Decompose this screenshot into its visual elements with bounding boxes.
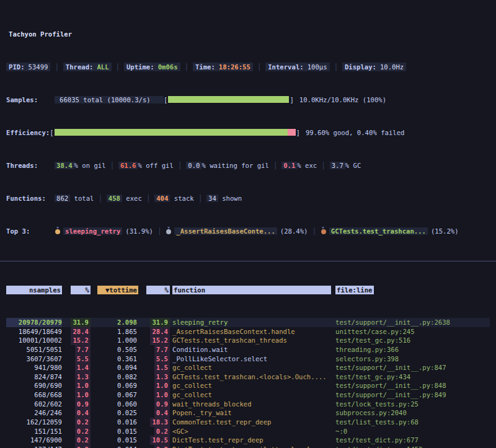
table-row[interactable]: 137/147 0.2 0.014 0.2 DictTest.test_stor… [6,445,490,448]
table-row[interactable]: 602/602 0.9 0.060 0.9 wait_threads_block… [6,400,490,409]
table-row[interactable]: 162/12059 0.2 0.016 18.3 CommonTest.test… [6,418,490,427]
efficiency-row: Efficiency:99.60% good, 0.40% failed [6,127,490,138]
row-function: _AssertRaisesBaseContext.handle [170,327,332,336]
efficiency-label: Efficiency: [6,129,50,136]
uptime-segment: Uptime:0m06s [124,63,180,71]
row-direct-pct: 1.0 [62,390,91,400]
samples-label: Samples: [6,96,55,103]
row-direct-pct: 1.0 [62,381,91,390]
row-nsamples: 137/147 [6,445,62,448]
functions-exec-value: 458 [107,195,122,202]
table-row[interactable]: 246/246 0.4 0.025 0.4 Popen._try_wait su… [6,408,490,418]
samples-bar [168,96,289,103]
row-file-line: test/list_tests.py:68 [332,418,490,427]
bronze-medal-icon [321,229,326,234]
row-tottime: 0.016 [91,418,138,427]
row-nsamples: 602/602 [6,400,62,409]
top1-entry: sleeping_retry(31.9%) [55,227,153,235]
divider [178,162,182,169]
table-row[interactable]: 3607/3607 5.5 0.361 5.5 _PollLikeSelecto… [6,354,490,364]
column-header-tottime-sorted[interactable]: ▼tottime [91,286,138,295]
row-direct-pct: 0.2 [62,436,91,445]
row-function: GCTests.test_trashcan_threads [170,336,332,345]
efficiency-bar-good-fill [55,129,288,136]
row-nsamples: 3607/3607 [6,354,62,364]
column-header-cumulative-pct[interactable]: % [138,286,170,295]
row-tottime: 0.082 [91,372,138,382]
row-nsamples: 18649/18649 [6,327,62,336]
table-row[interactable]: 151/151 0.2 0.015 0.2 <GC> ~:0 [6,427,490,436]
row-tottime: 2.098 [91,318,138,327]
row-direct-pct: 28.4 [62,327,91,336]
row-direct-pct: 31.9 [62,318,91,327]
pid-value: 53499 [29,63,48,71]
row-cumulative-pct: 1.0 [138,390,170,400]
gold-medal-icon [55,229,60,234]
divider [55,63,58,71]
waiting-gil-value: 0.0 [186,162,202,169]
row-cumulative-pct: 1.5 [138,363,170,372]
top-functions-row: Top 3:sleeping_retry(31.9%)_AssertRaises… [6,226,490,236]
table-row[interactable]: 20978/20979 31.9 2.098 31.9 sleeping_ret… [6,318,490,327]
row-file-line: unittest/case.py:245 [332,327,490,336]
row-function: DictTest.test_store_evilattr.<locals... [170,445,332,448]
row-cumulative-pct: 1.0 [138,381,170,390]
efficiency-bar-failed-fill [288,129,296,136]
row-function: gc_collect [170,390,332,400]
column-header-direct-pct[interactable]: % [62,286,91,295]
row-direct-pct: 0.2 [62,445,91,448]
table-row[interactable]: 941/980 1.4 0.094 1.5 gc_collect test/su… [6,363,490,372]
functions-label: Functions: [6,195,55,202]
functions-shown-value: 34 [206,195,218,202]
table-row[interactable]: 18649/18649 28.4 1.865 28.4 _AssertRaise… [6,327,490,336]
row-function: wait_threads_blocked [170,400,332,409]
functions-total-value: 862 [55,195,70,202]
status-bar: PID:53499 Thread:ALL Uptime:0m06s Time:1… [6,61,490,72]
table-row[interactable]: 824/874 1.3 0.082 1.3 GCTests.test_trash… [6,372,490,382]
table-row[interactable]: 668/668 1.0 0.067 1.0 gc_collect test/su… [6,390,490,400]
top3-percent: (15.2%) [431,227,459,235]
divider [146,195,150,202]
row-nsamples: 824/874 [6,372,62,382]
row-nsamples: 5051/5051 [6,345,62,354]
row-tottime: 0.015 [91,427,138,436]
divider [198,195,202,202]
process-table: 20978/20979 31.9 2.098 31.9 sleeping_ret… [6,318,490,448]
threads-label: Threads: [6,162,55,169]
row-direct-pct: 1.3 [62,372,91,382]
divider [257,63,261,71]
time-value: 18:26:55 [219,63,250,71]
table-row[interactable]: 5051/5051 7.7 0.505 7.7 Condition.wait t… [6,345,490,354]
row-cumulative-pct: 0.2 [138,427,170,436]
divider [321,162,325,169]
row-tottime: 0.067 [91,390,138,400]
row-tottime: 0.025 [91,408,138,418]
row-tottime: 0.060 [91,400,138,409]
row-function: Condition.wait [170,345,332,354]
samples-rate: 10.0KHz/10.0KHz (100%) [299,96,386,103]
divider [116,63,120,71]
column-header-file-line[interactable]: file:line [332,286,490,295]
threads-row: Threads:38.4% on gil61.6% off gil0.0% wa… [6,160,490,170]
row-file-line: test/support/__init__.py:849 [332,390,490,400]
gc-value: 3.7 [330,162,345,169]
table-row[interactable]: 690/690 1.0 0.069 1.0 gc_collect test/su… [6,381,490,390]
row-tottime: 0.094 [91,363,138,372]
row-nsamples: 20978/20979 [6,318,62,327]
column-header-function[interactable]: function [170,286,332,295]
thread-segment: Thread:ALL [63,63,112,71]
gc-suffix: % GC [345,162,361,169]
row-file-line: test/test_gc.py:434 [332,372,490,382]
row-direct-pct: 15.2 [62,336,91,345]
row-nsamples: 10001/10002 [6,336,62,345]
off-gil-value: 61.6 [118,162,138,169]
divider [273,162,277,169]
top1-function: sleeping_retry [63,227,122,235]
row-tottime: 0.361 [91,354,138,364]
row-cumulative-pct: 7.7 [138,345,170,354]
table-row[interactable]: 147/6900 0.2 0.015 10.5 DictTest.test_re… [6,436,490,445]
table-row[interactable]: 10001/10002 15.2 1.000 15.2 GCTests.test… [6,336,490,345]
column-header-nsamples[interactable]: nsamples [6,286,62,295]
row-file-line: subprocess.py:2040 [332,408,490,418]
divider [110,162,114,169]
